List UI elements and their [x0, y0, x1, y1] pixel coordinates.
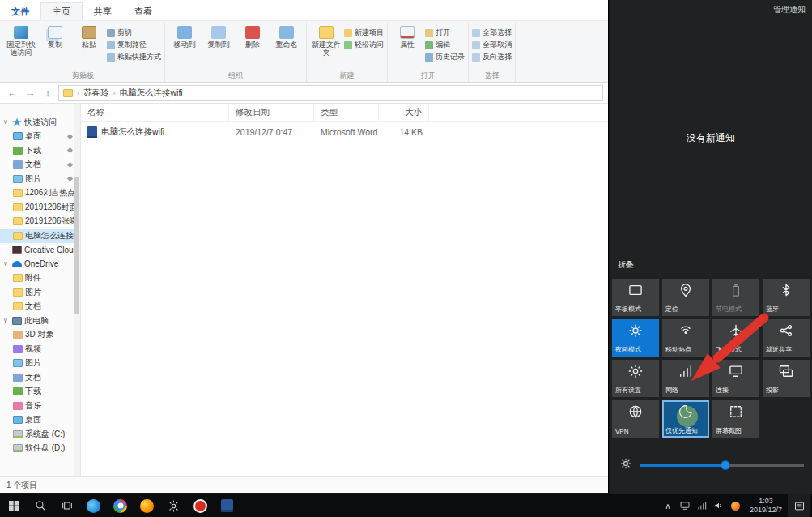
tray-display-icon[interactable] [677, 494, 693, 517]
sidebar-item-quick-access[interactable]: ∨ 快速访问 [0, 115, 80, 130]
network-icon [678, 363, 694, 379]
sidebar-item-desktop[interactable]: 桌面 [0, 130, 80, 144]
open-button[interactable]: 打开 [425, 28, 465, 38]
rename-button[interactable]: 重命名 [270, 24, 303, 50]
sidebar-item-creative-cloud[interactable]: Creative Cloud F [0, 243, 80, 258]
brightness-slider-fill [640, 464, 725, 467]
search-button[interactable] [27, 494, 53, 517]
sidebar-item-pc-downloads[interactable]: 下载 [0, 385, 80, 400]
qa-tile-project[interactable]: 投影 [763, 360, 810, 397]
task-view-button[interactable] [53, 494, 80, 517]
brightness-slider-thumb[interactable] [721, 460, 730, 470]
sidebar-item-onedrive-documents[interactable]: 文档 [0, 300, 80, 314]
easy-access-button[interactable]: 轻松访问 [344, 40, 384, 50]
properties-button[interactable]: 属性 [391, 24, 423, 50]
manage-notifications-link[interactable]: 管理通知 [773, 4, 806, 15]
select-none-button[interactable]: 全部取消 [472, 40, 512, 50]
qa-tile-all-settings[interactable]: 所有设置 [612, 360, 659, 397]
qa-tile-airplane-mode[interactable]: 飞行模式 [712, 319, 759, 357]
taskbar-app-recorder[interactable] [187, 494, 214, 517]
scrollbar-thumb[interactable] [74, 177, 79, 314]
sidebar-item-folder-cover[interactable]: 20191206封面 [0, 200, 80, 215]
qa-tile-night-light[interactable]: 夜间模式 [612, 319, 659, 357]
sidebar-item-folder-zhang[interactable]: 20191206张晓 [0, 215, 80, 229]
sidebar-item-documents[interactable]: 文档 [0, 158, 80, 173]
copy-to-button[interactable]: 复制到 [202, 24, 235, 50]
qa-tile-focus-assist[interactable]: 仅优先通知 [662, 400, 709, 438]
sidebar-item-this-pc[interactable]: ∨ 此电脑 [0, 314, 80, 328]
breadcrumb-item-folder[interactable]: 电脑怎么连接wifi [120, 88, 183, 99]
sidebar-item-drive-d[interactable]: 软件盘 (D:) [0, 442, 80, 456]
sidebar-item-onedrive-pictures[interactable]: 图片 [0, 285, 80, 300]
column-header-name[interactable]: 名称 [81, 104, 229, 121]
paste-button[interactable]: 粘贴 [73, 24, 105, 50]
qa-tile-network[interactable]: 网络 [662, 360, 709, 397]
sidebar-item-pc-pictures[interactable]: 图片 [0, 357, 80, 371]
collapse-link[interactable]: 折叠 [618, 259, 634, 271]
tray-expand-chevron[interactable]: ∧ [660, 494, 676, 517]
3d-objects-icon [13, 331, 23, 339]
qa-tile-battery-saver[interactable]: 节电模式 [712, 279, 759, 316]
up-button[interactable]: ↑ [40, 87, 55, 99]
taskbar-app-chrome[interactable] [107, 494, 134, 517]
sidebar-item-pc-desktop[interactable]: 桌面 [0, 413, 80, 428]
sidebar-item-folder-wifi[interactable]: 电脑怎么连接wifi [0, 229, 80, 243]
tab-share[interactable]: 共享 [83, 3, 123, 20]
qa-tile-tablet-mode[interactable]: 平板模式 [612, 279, 659, 316]
qa-tile-location[interactable]: 定位 [662, 279, 709, 316]
back-button[interactable]: ← [5, 87, 19, 99]
select-all-button[interactable]: 全部选择 [472, 28, 512, 38]
delete-button[interactable]: 删除 [236, 24, 269, 50]
cut-button[interactable]: 剪切 [107, 28, 161, 38]
pin-to-quick-access-button[interactable]: 固定到快速访问 [5, 24, 37, 59]
qa-tile-bluetooth[interactable]: 蓝牙 [763, 279, 810, 316]
sidebar-item-pc-documents[interactable]: 文档 [0, 370, 80, 385]
edit-button[interactable]: 编辑 [425, 40, 465, 50]
tab-view[interactable]: 查看 [123, 3, 164, 20]
sidebar-item-attachments[interactable]: 附件 [0, 271, 80, 286]
invert-selection-button[interactable]: 反向选择 [472, 52, 512, 62]
tab-file[interactable]: 文件 [0, 3, 40, 20]
action-center-button[interactable] [788, 494, 810, 517]
history-button[interactable]: 历史记录 [425, 52, 465, 62]
tab-home[interactable]: 主页 [40, 2, 83, 20]
sidebar-item-videos[interactable]: 视频 [0, 342, 80, 357]
sidebar-item-folder-1206[interactable]: 1206刘吉热点7- [0, 186, 80, 201]
column-header-size[interactable]: 大小 [379, 104, 429, 121]
tray-volume-icon[interactable] [711, 494, 727, 517]
taskbar-app-edge[interactable] [80, 494, 107, 517]
qa-tile-connect[interactable]: 连接 [712, 360, 759, 397]
qa-tile-screen-snip[interactable]: 屏幕截图 [712, 400, 759, 438]
group-label-select: 选择 [469, 70, 515, 81]
sidebar-item-3d-objects[interactable]: 3D 对象 [0, 328, 80, 343]
sidebar-item-pictures[interactable]: 图片 [0, 172, 80, 186]
tray-app-icon[interactable] [728, 494, 744, 517]
new-item-button[interactable]: 新建项目 [344, 28, 384, 38]
taskbar-app-firefox[interactable] [134, 494, 160, 517]
copy-path-button[interactable]: 复制路径 [107, 40, 161, 50]
column-header-date-modified[interactable]: 修改日期 [229, 104, 314, 121]
new-folder-button[interactable]: 新建文件夹 [310, 24, 342, 59]
sidebar-scrollbar[interactable] [74, 104, 80, 476]
tray-network-icon[interactable] [694, 494, 710, 517]
address-input[interactable]: › 苏春玲 › 电脑怎么连接wifi [58, 85, 603, 101]
taskbar-app-word[interactable] [214, 494, 240, 517]
qa-tile-vpn[interactable]: VPN [612, 400, 659, 438]
taskbar-clock[interactable]: 1:03 2019/12/7 [745, 497, 787, 515]
paste-shortcut-button[interactable]: 粘贴快捷方式 [107, 52, 161, 62]
start-button[interactable] [0, 494, 27, 517]
sidebar-item-onedrive[interactable]: ∨ OneDrive [0, 257, 80, 271]
copy-button[interactable]: 复制 [39, 24, 71, 50]
sidebar-item-downloads[interactable]: 下载 [0, 143, 80, 158]
qa-tile-mobile-hotspot[interactable]: 移动热点 [662, 319, 709, 357]
breadcrumb-item-user[interactable]: 苏春玲 [83, 88, 109, 99]
sidebar-item-music[interactable]: 音乐 [0, 399, 80, 413]
move-to-button[interactable]: 移动到 [168, 24, 201, 50]
forward-button[interactable]: → [23, 87, 37, 99]
file-row[interactable]: 电脑怎么连接wifi 2019/12/7 0:47 Microsoft Word… [81, 124, 608, 140]
column-header-type[interactable]: 类型 [314, 104, 379, 121]
sidebar-item-drive-c[interactable]: 系统盘 (C:) [0, 427, 80, 442]
taskbar-app-settings[interactable] [160, 494, 187, 517]
qa-tile-nearby-sharing[interactable]: 就近共享 [763, 319, 810, 357]
brightness-slider[interactable] [640, 464, 804, 467]
